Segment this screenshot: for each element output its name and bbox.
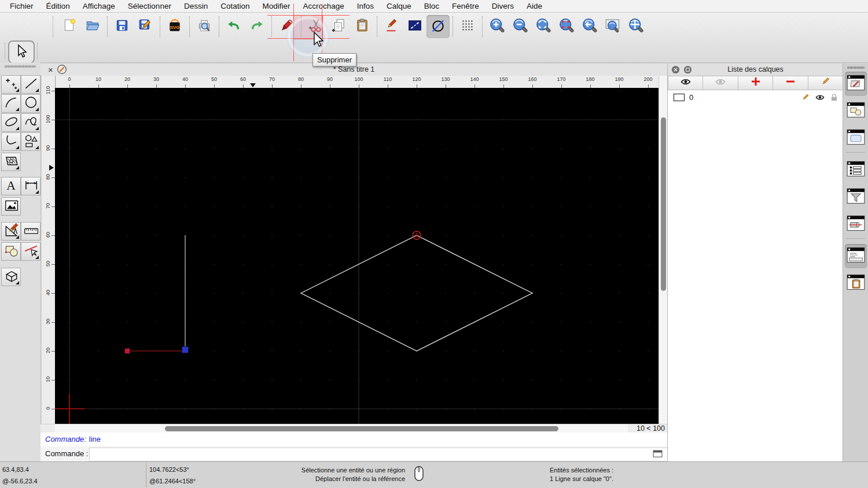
filter-window-icon	[847, 188, 865, 206]
vertical-scrollbar[interactable]	[659, 76, 668, 424]
tool-polyline-button[interactable]	[1, 132, 21, 151]
tool-text-button[interactable]: A	[1, 177, 21, 195]
add-layer-button[interactable]	[738, 76, 773, 90]
tool-measure-button[interactable]	[21, 222, 41, 241]
hide-all-layers-button[interactable]	[703, 76, 738, 90]
open-file-button[interactable]	[81, 15, 104, 38]
vertical-scrollbar-thumb[interactable]	[661, 117, 666, 291]
tool-arc-button[interactable]	[1, 94, 21, 113]
library-window-button[interactable]	[845, 126, 867, 150]
drawing-canvas[interactable]	[55, 88, 659, 424]
pen-attributes-button[interactable]	[380, 15, 403, 38]
toolbar-grip[interactable]	[37, 43, 38, 59]
tool-spline-button[interactable]	[21, 113, 41, 132]
line-attributes-button[interactable]	[403, 15, 426, 38]
menu-calque[interactable]: Calque	[380, 0, 418, 13]
svg-export-button[interactable]: SVG	[163, 15, 186, 38]
horizontal-scrollbar-thumb[interactable]	[165, 426, 558, 431]
layer-lock-icon[interactable]	[830, 93, 838, 102]
layer-row[interactable]: 0	[668, 91, 843, 103]
canvas-bottom-strip: 10 < 100	[41, 424, 667, 433]
menu-affichage[interactable]: Affichage	[76, 0, 122, 13]
tool-ellipse-button[interactable]	[1, 113, 21, 132]
tool-blocks-button[interactable]	[1, 242, 21, 261]
show-all-layers-icon	[680, 77, 692, 90]
save-as-button[interactable]	[134, 15, 157, 38]
layer-visibility-icon[interactable]	[815, 93, 825, 102]
show-all-layers-button[interactable]	[668, 76, 703, 90]
menu-modifier[interactable]: Modifier	[256, 0, 296, 13]
edit-layer-button[interactable]	[808, 76, 843, 90]
blocks-window-button[interactable]	[845, 99, 867, 123]
tool-modify-button[interactable]	[1, 222, 21, 241]
layers-window-button[interactable]	[845, 72, 867, 96]
tool-line-button[interactable]	[21, 75, 41, 94]
tool-polygon-shapes-button[interactable]	[21, 132, 41, 151]
menu-infos[interactable]: Infos	[351, 0, 380, 13]
save-button[interactable]	[111, 15, 134, 38]
menu-fichier[interactable]: Fichier	[3, 0, 40, 13]
tool-select-entity-button[interactable]	[21, 242, 41, 261]
command-window-icon	[847, 247, 865, 265]
tool-solid-3d-button[interactable]	[1, 268, 21, 286]
h-ruler-label: 140	[470, 76, 479, 82]
print-preview-button[interactable]	[193, 15, 216, 38]
h-ruler-label: 20	[124, 76, 130, 82]
horizontal-scrollbar[interactable]	[55, 424, 628, 433]
h-ruler-label: 30	[153, 76, 159, 82]
tool-image-button[interactable]	[1, 197, 21, 216]
menu-edition[interactable]: Édition	[40, 0, 76, 13]
clipboard-window-button[interactable]	[845, 271, 867, 295]
tool-dimension-button[interactable]	[21, 177, 41, 195]
menu-dessin[interactable]: Dessin	[178, 0, 214, 13]
redo-button[interactable]	[245, 15, 269, 38]
toolbar-grip[interactable]	[53, 16, 56, 37]
new-document-button[interactable]	[58, 15, 81, 38]
layer-edit-icon[interactable]	[800, 93, 810, 102]
tool-palette: A	[0, 62, 41, 461]
relative-coordinates: @-56.6,23.4	[2, 478, 38, 485]
zoom-previous-button[interactable]	[578, 15, 601, 38]
command-input[interactable]	[89, 448, 694, 461]
menu-bloc[interactable]: Bloc	[418, 0, 446, 13]
remove-layer-button[interactable]	[773, 76, 808, 90]
svg-text:SVG: SVG	[170, 25, 179, 30]
tool-hatch-button[interactable]	[1, 153, 21, 171]
command-window-button[interactable]	[845, 244, 867, 268]
zoom-out-icon	[512, 17, 528, 36]
zoom-out-button[interactable]	[509, 15, 532, 38]
tool-circle-button[interactable]	[21, 94, 41, 113]
dock-grip[interactable]	[847, 66, 865, 69]
menu-aide[interactable]: Aide	[520, 0, 549, 13]
tool-points-button[interactable]	[1, 75, 21, 94]
menu-fenetre[interactable]: Fenêtre	[446, 0, 486, 13]
draft-mode-icon	[431, 18, 446, 35]
zoom-window-button[interactable]	[601, 15, 624, 38]
layer-color-swatch[interactable]	[674, 94, 685, 101]
zoom-in-button[interactable]	[486, 15, 509, 38]
zoom-selected-button[interactable]	[555, 15, 578, 38]
menu-cotation[interactable]: Cotation	[214, 0, 256, 13]
toolbar-grip[interactable]	[5, 43, 5, 59]
vertical-ruler: 0102030405060708090100110	[42, 76, 56, 424]
zoom-pan-button[interactable]	[624, 15, 648, 38]
polar-absolute: 104.7622<53°	[149, 466, 189, 473]
draft-mode-button[interactable]	[426, 15, 450, 38]
paste-button[interactable]	[351, 15, 374, 38]
measurement-window-button[interactable]	[845, 212, 867, 236]
solid-3d-icon	[3, 268, 19, 286]
command-expand-icon[interactable]	[653, 449, 663, 460]
selection-arrow-button[interactable]	[8, 40, 35, 64]
clipboard-window-icon	[847, 274, 865, 293]
menu-accrochage[interactable]: Accrochage	[296, 0, 350, 13]
menu-selectionner[interactable]: Sélectionner	[122, 0, 178, 13]
copy-button[interactable]	[328, 15, 351, 38]
entity-list-window-button[interactable]	[845, 158, 867, 182]
mouse-hints: Sélectionne une entité ou une région Dép…	[220, 466, 405, 483]
menu-divers[interactable]: Divers	[486, 0, 520, 13]
palette-grip[interactable]	[5, 65, 36, 68]
filter-window-button[interactable]	[845, 185, 867, 209]
undo-button[interactable]	[222, 15, 245, 38]
zoom-auto-button[interactable]	[532, 15, 555, 38]
grid-toggle-button[interactable]	[456, 15, 479, 38]
